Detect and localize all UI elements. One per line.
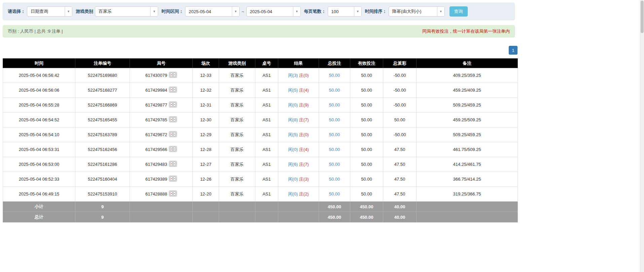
total-bet-link[interactable]: 50.00 xyxy=(329,177,340,182)
chevron-down-icon[interactable]: ▼ xyxy=(354,7,361,16)
cards-icon[interactable] xyxy=(169,101,177,109)
total-bet-link[interactable]: 50.00 xyxy=(329,191,340,197)
table-row: 2025-05-04 06:55:28522475166869617429877… xyxy=(3,98,518,113)
chevron-down-icon[interactable]: ▼ xyxy=(293,7,300,16)
subtotal-row: 小计 9 450.00 450.00 40.00 xyxy=(3,202,518,212)
query-button[interactable]: 查询 xyxy=(450,6,468,17)
per-page-dropdown[interactable]: 100 ▼ xyxy=(328,6,362,17)
cell-total-bet[interactable]: 50.00 xyxy=(319,83,350,98)
total-bet-link[interactable]: 50.00 xyxy=(329,102,340,108)
cards-icon[interactable] xyxy=(169,72,177,79)
cell-bet-number: 522475168277 xyxy=(75,83,130,98)
cards-icon[interactable] xyxy=(169,190,177,198)
query-type-dropdown[interactable]: 日期查询 ▼ xyxy=(27,6,72,17)
chevron-down-icon[interactable]: ▼ xyxy=(65,7,72,16)
cell-time: 2025-05-04 06:54:52 xyxy=(3,113,75,127)
cell-round-number: 617430079 xyxy=(130,68,193,83)
round-number: 617429785 xyxy=(145,117,167,122)
select-type-label: 请选择： xyxy=(8,8,25,14)
player-result: 闲(5) xyxy=(288,88,298,93)
cell-round-number: 617428888 xyxy=(130,187,193,202)
cell-time: 2025-05-04 06:49:15 xyxy=(3,187,75,202)
cell-session: 12-29 xyxy=(193,127,219,142)
cell-remark: 409.25/359.25 xyxy=(417,68,518,83)
cell-round-number: 617429877 xyxy=(130,98,193,113)
player-result: 闲(0) xyxy=(288,191,298,197)
table-row: 2025-05-04 06:53:31522475162456617429566… xyxy=(3,142,518,157)
total-bet-link[interactable]: 50.00 xyxy=(329,132,340,137)
cell-table-number: AS1 xyxy=(255,68,278,83)
chevron-down-icon[interactable]: ▼ xyxy=(232,7,239,16)
cell-bet-number: 522475166869 xyxy=(75,98,130,113)
column-header: 总派彩 xyxy=(383,59,417,68)
cell-result: 闲(0) 庄(2) xyxy=(278,187,319,202)
total-bet-link[interactable]: 50.00 xyxy=(329,117,340,122)
records-table: 时间注单编号局号场次游戏类别桌号结果总投注有效投注总派彩备注 2025-05-0… xyxy=(3,58,518,222)
cell-session: 12-26 xyxy=(193,172,219,187)
cell-game-type: 百家乐 xyxy=(219,172,255,187)
cell-remark: 319.25/366.75 xyxy=(417,187,518,202)
game-type-dropdown[interactable]: 百家乐 ▼ xyxy=(95,6,158,17)
cell-round-number: 617429785 xyxy=(130,113,193,127)
total-total-bet: 450.00 xyxy=(319,212,350,222)
total-bet-link[interactable]: 50.00 xyxy=(329,147,340,152)
cell-total-bet[interactable]: 50.00 xyxy=(319,127,350,142)
date-from-picker[interactable]: 2025-05-04 ▼ xyxy=(185,6,240,17)
total-bet-link[interactable]: 50.00 xyxy=(329,73,340,78)
column-header: 总投注 xyxy=(319,59,350,68)
cell-total-bet[interactable]: 50.00 xyxy=(319,113,350,127)
cards-icon[interactable] xyxy=(169,161,177,168)
per-page-label: 每页笔数： xyxy=(304,8,326,14)
total-bet-link[interactable]: 50.00 xyxy=(329,162,340,167)
column-header: 时间 xyxy=(3,59,75,68)
notice-text: 同局有效投注，统一计算在该局第一张注单内 xyxy=(422,28,510,34)
cards-icon[interactable] xyxy=(169,87,177,94)
round-number: 617429984 xyxy=(145,88,167,93)
cell-total-bet[interactable]: 50.00 xyxy=(319,68,350,83)
cell-table-number: AS1 xyxy=(255,98,278,113)
cards-icon[interactable] xyxy=(169,146,177,153)
banker-result: 庄(7) xyxy=(299,162,309,167)
cell-time: 2025-05-04 06:54:10 xyxy=(3,127,75,142)
cell-game-type: 百家乐 xyxy=(219,98,255,113)
column-header: 桌号 xyxy=(255,59,278,68)
cell-total-bet[interactable]: 50.00 xyxy=(319,172,350,187)
cell-total-bet[interactable]: 50.00 xyxy=(319,157,350,172)
cards-icon[interactable] xyxy=(169,131,177,138)
query-type-value: 日期查询 xyxy=(27,7,65,16)
column-header: 游戏类别 xyxy=(219,59,255,68)
cell-total-bet[interactable]: 50.00 xyxy=(319,98,350,113)
vertical-scrollbar[interactable] xyxy=(640,0,644,272)
cell-game-type: 百家乐 xyxy=(219,68,255,83)
sort-order-dropdown[interactable]: 降幂(由大到小) ▼ xyxy=(389,6,445,17)
date-to-picker[interactable]: 2025-05-04 ▼ xyxy=(246,6,301,17)
banker-result: 庄(0) xyxy=(299,73,309,78)
game-type-value: 百家乐 xyxy=(95,7,150,16)
table-row: 2025-05-04 06:52:33522475160404617429389… xyxy=(3,172,518,187)
cell-valid-bet: 50.00 xyxy=(350,142,383,157)
subtotal-valid-bet: 450.00 xyxy=(350,202,383,212)
cell-round-number: 617429672 xyxy=(130,127,193,142)
page-1-button[interactable]: 1 xyxy=(509,46,517,55)
cell-total-bet[interactable]: 50.00 xyxy=(319,142,350,157)
cell-bet-number: 522475161286 xyxy=(75,157,130,172)
chevron-down-icon[interactable]: ▼ xyxy=(437,7,444,16)
column-header: 有效投注 xyxy=(350,59,383,68)
cell-remark: 461.75/509.25 xyxy=(417,142,518,157)
banker-result: 庄(4) xyxy=(299,147,309,152)
chevron-down-icon[interactable]: ▼ xyxy=(150,7,158,16)
cell-total-bet[interactable]: 50.00 xyxy=(319,187,350,202)
cell-payout: -50.00 xyxy=(383,68,417,83)
cell-valid-bet: 50.00 xyxy=(350,68,383,83)
player-result: 闲(8) xyxy=(288,117,298,122)
scrollbar-thumb[interactable] xyxy=(641,1,644,33)
player-result: 闲(3) xyxy=(288,73,298,78)
table-body: 2025-05-04 06:56:42522475169680617430079… xyxy=(3,68,518,202)
cell-table-number: AS1 xyxy=(255,83,278,98)
column-header: 结果 xyxy=(278,59,319,68)
cell-time: 2025-05-04 06:56:42 xyxy=(3,68,75,83)
cards-icon[interactable] xyxy=(169,116,177,123)
total-bet-link[interactable]: 50.00 xyxy=(329,88,340,93)
grand-total-row: 总计 9 450.00 450.00 40.00 xyxy=(3,212,518,222)
cards-icon[interactable] xyxy=(169,176,177,183)
